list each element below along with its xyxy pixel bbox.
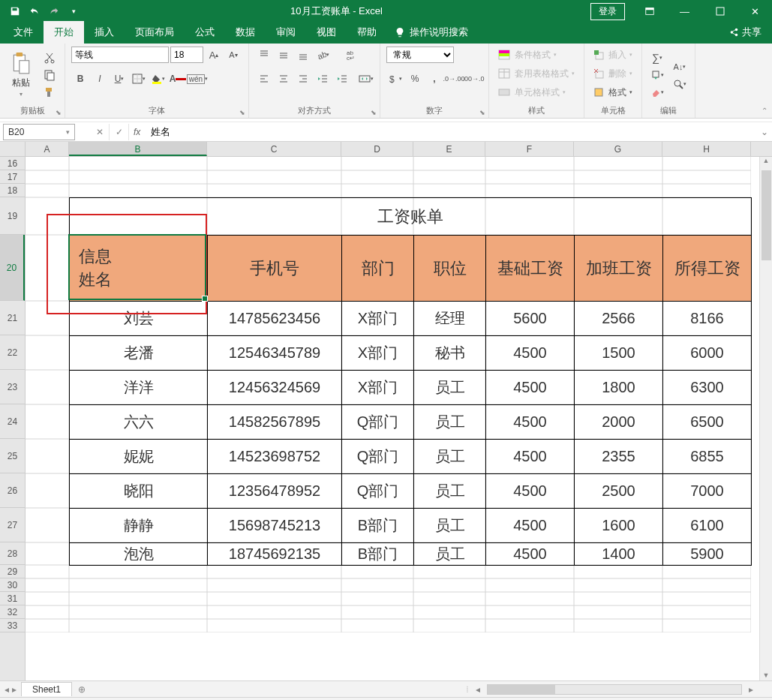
tab-insert[interactable]: 插入 xyxy=(84,21,125,44)
dept-cell[interactable]: Q部门 xyxy=(342,474,414,509)
name-box[interactable]: B20 xyxy=(3,124,75,140)
decrease-decimal-button[interactable]: .00→.0 xyxy=(464,71,482,87)
qat-customize[interactable]: ▾ xyxy=(65,2,83,20)
base-cell[interactable]: 4500 xyxy=(486,440,575,474)
delete-cells-button[interactable]: 删除▾ xyxy=(590,65,635,82)
cell-styles-button[interactable]: 单元格样式▾ xyxy=(495,84,569,101)
dept-cell[interactable]: X部门 xyxy=(342,336,414,371)
phone-cell[interactable]: 12356478952 xyxy=(208,474,342,509)
tab-view[interactable]: 视图 xyxy=(306,21,347,44)
tab-home[interactable]: 开始 xyxy=(44,21,84,44)
column-header-cell[interactable]: 部门 xyxy=(342,236,414,302)
col-header-B[interactable]: B xyxy=(69,142,207,156)
number-format-combo[interactable]: 常规 xyxy=(386,47,454,63)
column-header-cell[interactable]: 加班工资 xyxy=(575,236,663,302)
phone-cell[interactable]: 15698745213 xyxy=(208,509,342,543)
row-header-33[interactable]: 33 xyxy=(0,619,25,632)
copy-button[interactable] xyxy=(41,67,59,83)
row-header-23[interactable]: 23 xyxy=(0,370,25,404)
row-header-19[interactable]: 19 xyxy=(0,197,25,235)
align-center-button[interactable] xyxy=(275,71,293,87)
total-cell[interactable]: 6000 xyxy=(663,336,752,371)
row-header-27[interactable]: 27 xyxy=(0,508,25,542)
find-select-button[interactable]: ▾ xyxy=(671,76,689,92)
role-cell[interactable]: 员工 xyxy=(414,474,486,509)
row-header-17[interactable]: 17 xyxy=(0,170,25,184)
col-header-E[interactable]: E xyxy=(413,142,485,156)
sort-filter-button[interactable]: A↓▾ xyxy=(671,59,689,75)
accounting-button[interactable]: $▾ xyxy=(386,71,404,87)
collapse-ribbon-button[interactable]: ⌃ xyxy=(761,107,767,115)
role-cell[interactable]: 员工 xyxy=(414,543,486,566)
ot-cell[interactable]: 2566 xyxy=(575,302,663,336)
tell-me[interactable]: 操作说明搜索 xyxy=(387,21,476,44)
close-button[interactable]: ✕ xyxy=(738,0,772,23)
base-cell[interactable]: 5600 xyxy=(486,302,575,336)
role-cell[interactable]: 员工 xyxy=(414,371,486,405)
column-header-cell[interactable]: 基础工资 xyxy=(486,236,575,302)
number-launcher[interactable]: ⬊ xyxy=(479,109,485,116)
row-header-24[interactable]: 24 xyxy=(0,404,25,439)
share-button[interactable]: 共享 xyxy=(718,21,772,44)
hscroll-track[interactable] xyxy=(487,684,742,695)
align-launcher[interactable]: ⬊ xyxy=(371,109,377,116)
increase-decimal-button[interactable]: .0→.00 xyxy=(445,71,463,87)
tab-help[interactable]: 帮助 xyxy=(347,21,387,44)
percent-button[interactable]: % xyxy=(406,71,424,87)
align-middle-button[interactable] xyxy=(275,47,293,63)
name-cell[interactable]: 刘芸 xyxy=(70,302,208,336)
base-cell[interactable]: 4500 xyxy=(486,336,575,371)
ot-cell[interactable]: 1600 xyxy=(575,509,663,543)
cut-button[interactable] xyxy=(41,50,59,66)
base-cell[interactable]: 4500 xyxy=(486,474,575,509)
phonetic-button[interactable]: wén▾ xyxy=(188,71,206,87)
phone-cell[interactable]: 12546345789 xyxy=(208,336,342,371)
name-cell[interactable]: 泡泡 xyxy=(70,543,208,566)
underline-button[interactable]: U▾ xyxy=(110,71,128,87)
dept-cell[interactable]: X部门 xyxy=(342,371,414,405)
ot-cell[interactable]: 1400 xyxy=(575,543,663,566)
align-top-button[interactable] xyxy=(255,47,273,63)
row-header-28[interactable]: 28 xyxy=(0,542,25,565)
redo-button[interactable] xyxy=(45,2,63,20)
insert-function-button[interactable]: fx xyxy=(129,127,145,137)
vertical-scrollbar[interactable]: ▲ ▼ xyxy=(759,157,772,680)
phone-cell[interactable]: 18745692135 xyxy=(208,543,342,566)
ot-cell[interactable]: 2000 xyxy=(575,405,663,440)
dept-cell[interactable]: Q部门 xyxy=(342,405,414,440)
formula-input[interactable] xyxy=(145,124,757,140)
borders-button[interactable]: ▾ xyxy=(130,71,148,87)
role-cell[interactable]: 员工 xyxy=(414,440,486,474)
name-cell[interactable]: 洋洋 xyxy=(70,371,208,405)
row-header-22[interactable]: 22 xyxy=(0,335,25,370)
sheet-next-button[interactable]: ▸ xyxy=(12,684,17,695)
tab-formulas[interactable]: 公式 xyxy=(185,21,225,44)
phone-cell[interactable]: 14785623456 xyxy=(208,302,342,336)
align-right-button[interactable] xyxy=(294,71,312,87)
autosum-button[interactable]: ∑▾ xyxy=(648,50,666,66)
scroll-up-button[interactable]: ▲ xyxy=(760,157,772,164)
row-header-31[interactable]: 31 xyxy=(0,592,25,605)
row-header-25[interactable]: 25 xyxy=(0,439,25,473)
row-header-16[interactable]: 16 xyxy=(0,157,25,170)
wrap-text-button[interactable]: abc↵ xyxy=(344,47,362,63)
base-cell[interactable]: 4500 xyxy=(486,543,575,566)
column-header-cell[interactable]: 手机号 xyxy=(208,236,342,302)
total-cell[interactable]: 6500 xyxy=(663,405,752,440)
undo-button[interactable] xyxy=(26,2,44,20)
hscroll-right-button[interactable]: ▸ xyxy=(745,684,757,695)
decrease-font-button[interactable]: A▾ xyxy=(224,47,242,63)
ot-cell[interactable]: 1500 xyxy=(575,336,663,371)
row-header-21[interactable]: 21 xyxy=(0,301,25,335)
format-table-button[interactable]: 套用表格格式▾ xyxy=(495,65,578,82)
clipboard-launcher[interactable]: ⬊ xyxy=(56,109,62,116)
tab-data[interactable]: 数据 xyxy=(225,21,266,44)
increase-font-button[interactable]: A▴ xyxy=(205,47,223,63)
decrease-indent-button[interactable] xyxy=(314,71,332,87)
row-header-18[interactable]: 18 xyxy=(0,184,25,197)
dept-cell[interactable]: B部门 xyxy=(342,509,414,543)
column-header-cell[interactable]: 职位 xyxy=(414,236,486,302)
font-color-button[interactable]: A xyxy=(169,71,187,87)
base-cell[interactable]: 4500 xyxy=(486,405,575,440)
name-cell[interactable]: 六六 xyxy=(70,405,208,440)
